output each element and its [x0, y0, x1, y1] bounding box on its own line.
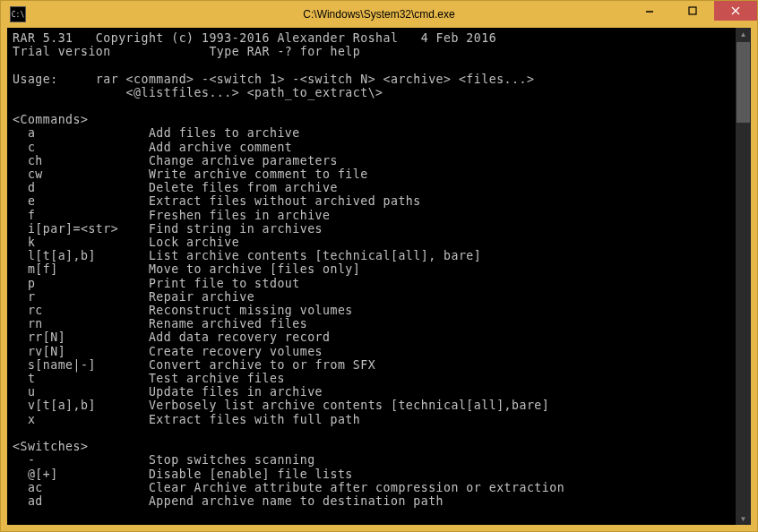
titlebar[interactable]: C:\ C:\Windows\System32\cmd.exe: [1, 1, 757, 28]
terminal-output[interactable]: RAR 5.31 Copyright (c) 1993-2016 Alexand…: [7, 28, 736, 525]
minimize-button[interactable]: [628, 1, 671, 21]
svg-rect-1: [689, 7, 696, 14]
scroll-down-arrow[interactable]: ▼: [736, 512, 751, 525]
window-controls: [628, 1, 757, 28]
maximize-button[interactable]: [671, 1, 714, 21]
close-icon: [731, 6, 740, 15]
minimize-icon: [645, 6, 654, 15]
vertical-scrollbar[interactable]: ▲ ▼: [736, 28, 751, 525]
close-button[interactable]: [714, 1, 757, 21]
maximize-icon: [688, 6, 697, 15]
cmd-icon: C:\: [10, 6, 26, 22]
scrollbar-thumb[interactable]: [736, 42, 750, 123]
scroll-up-arrow[interactable]: ▲: [736, 28, 751, 40]
cmd-window: C:\ C:\Windows\System32\cmd.exe RAR 5.31…: [0, 0, 758, 532]
terminal-area: RAR 5.31 Copyright (c) 1993-2016 Alexand…: [7, 28, 751, 525]
